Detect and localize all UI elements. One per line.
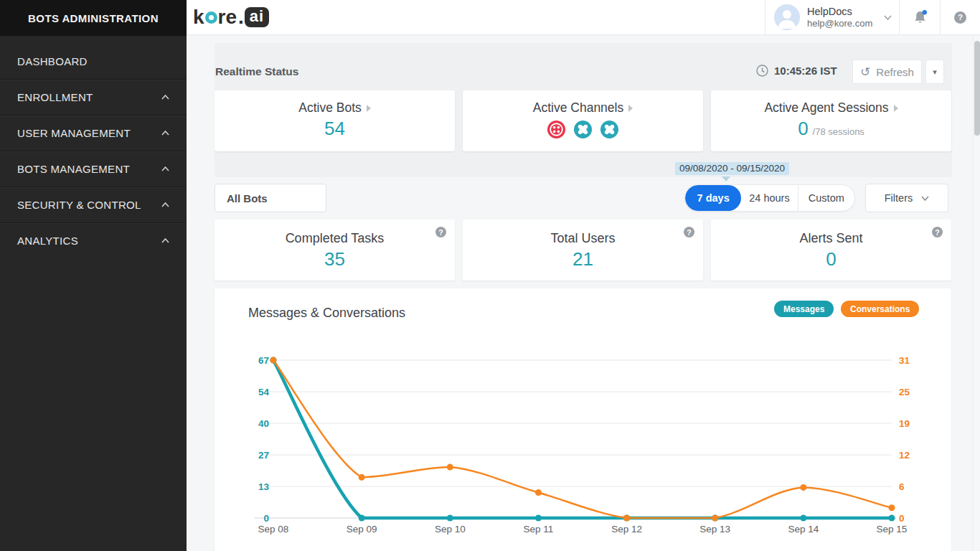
completed-tasks-title: Completed Tasks [215, 231, 455, 246]
alerts-sent-card: Alerts Sent 0 ? [711, 220, 951, 281]
chevron-up-icon [161, 202, 169, 207]
tab-7-days[interactable]: 7 days [685, 185, 741, 211]
sidebar-title: BOTS ADMINISTRATION [0, 0, 187, 36]
sidebar-item-bots-management[interactable]: BOTS MANAGEMENT [0, 151, 187, 187]
scrollbar [973, 35, 980, 551]
bot-selector-value: All Bots [227, 192, 268, 204]
logo-text-re: re [218, 6, 237, 29]
svg-text:0: 0 [899, 513, 905, 524]
avatar [774, 4, 800, 30]
chevron-right-icon [628, 105, 633, 112]
twilio-channel-icon [547, 120, 566, 139]
kore-channel-icon [573, 120, 593, 139]
svg-text:54: 54 [258, 387, 270, 397]
svg-text:Sep 14: Sep 14 [788, 524, 819, 534]
sessions-suffix: /78 sessions [813, 126, 864, 137]
svg-text:Sep 10: Sep 10 [435, 524, 466, 534]
user-email: help@kore.com [807, 18, 872, 29]
legend-conversations-button[interactable]: Conversations [841, 301, 919, 317]
kore-channel-icon [600, 120, 619, 139]
date-range-label: 09/08/2020 - 09/15/2020 [675, 162, 789, 175]
info-question-icon[interactable]: ? [684, 227, 694, 237]
active-agent-sessions-link[interactable]: Active Agent Sessions [764, 100, 897, 116]
svg-text:31: 31 [899, 355, 910, 366]
messages-conversations-card: Messages & Conversations Messages Conver… [215, 288, 951, 551]
active-bots-value: 54 [215, 118, 455, 140]
info-question-icon[interactable]: ? [435, 227, 446, 237]
sidebar-item-label: ANALYTICS [17, 235, 78, 247]
svg-text:13: 13 [258, 481, 270, 492]
filters-button[interactable]: Filters [865, 184, 948, 212]
active-agent-sessions-card: Active Agent Sessions 0 /78 sessions [711, 90, 951, 151]
svg-text:19: 19 [899, 418, 910, 429]
kore-ai-logo[interactable]: kre.ai [187, 0, 269, 34]
chevron-up-icon [161, 238, 169, 243]
sidebar-item-label: ENROLLMENT [17, 91, 93, 103]
active-agent-sessions-title: Active Agent Sessions [764, 100, 888, 116]
chart-title: Messages & Conversations [248, 306, 405, 321]
refresh-label: Refresh [876, 66, 914, 78]
svg-text:12: 12 [899, 450, 910, 461]
user-info: HelpDocs help@kore.com [807, 5, 872, 29]
info-question-icon[interactable]: ? [932, 227, 943, 237]
user-menu[interactable]: HelpDocs help@kore.com [765, 0, 899, 34]
legend-messages-button[interactable]: Messages [774, 301, 834, 317]
active-channels-title: Active Channels [533, 100, 623, 116]
logo-text-k: k [193, 6, 204, 29]
sidebar: BOTS ADMINISTRATION DASHBOARD ENROLLMENT… [0, 0, 187, 551]
realtime-time-value: 10:45:26 IST [774, 65, 837, 77]
chevron-right-icon [367, 105, 371, 112]
svg-text:27: 27 [258, 450, 269, 461]
help-button[interactable]: ? [940, 0, 980, 34]
logo-ai-badge: ai [245, 7, 269, 27]
sessions-value-row: 0 /78 sessions [711, 118, 951, 140]
chevron-down-icon [884, 15, 892, 20]
completed-tasks-value: 35 [215, 248, 455, 270]
clock-icon [756, 65, 768, 77]
chevron-up-icon [161, 95, 169, 100]
svg-text:0: 0 [263, 513, 269, 524]
sidebar-nav: DASHBOARD ENROLLMENT USER MANAGEMENT BOT… [0, 36, 187, 258]
svg-text:25: 25 [899, 387, 910, 397]
question-icon: ? [954, 11, 966, 24]
tab-24-hours[interactable]: 24 hours [741, 185, 797, 211]
total-users-title: Total Users [463, 231, 703, 246]
scrollbar-thumb[interactable] [974, 41, 980, 136]
tab-custom[interactable]: Custom [798, 185, 854, 211]
sidebar-item-user-management[interactable]: USER MANAGEMENT [0, 115, 187, 151]
svg-text:6: 6 [899, 481, 905, 492]
active-bots-link[interactable]: Active Bots [298, 100, 371, 116]
realtime-status-title: Realtime Status [215, 65, 298, 78]
refresh-icon: ↺ [860, 66, 870, 78]
messages-conversations-chart: 001362712401954256731Sep 08Sep 09Sep 10S… [243, 337, 925, 547]
alerts-sent-value: 0 [711, 248, 951, 270]
sidebar-item-label: USER MANAGEMENT [17, 127, 131, 139]
svg-text:Sep 13: Sep 13 [699, 524, 730, 534]
sidebar-item-label: DASHBOARD [17, 55, 88, 67]
realtime-clock: 10:45:26 IST [756, 65, 837, 77]
bot-selector-dropdown[interactable]: All Bots [215, 184, 326, 212]
svg-text:Sep 12: Sep 12 [611, 524, 642, 534]
svg-text:Sep 11: Sep 11 [524, 524, 554, 534]
chevron-up-icon [161, 131, 169, 136]
date-range-tabs: 7 days 24 hours Custom [684, 184, 855, 212]
completed-tasks-card: Completed Tasks 35 ? [215, 220, 455, 281]
chevron-down-icon [921, 196, 929, 201]
total-users-card: Total Users 21 ? [463, 220, 703, 281]
sidebar-item-security-control[interactable]: SECURITY & CONTROL [0, 187, 187, 222]
active-channels-link[interactable]: Active Channels [533, 100, 633, 116]
active-bots-title: Active Bots [298, 100, 362, 116]
active-channels-card: Active Channels [463, 90, 703, 151]
notification-dot [922, 10, 927, 15]
svg-text:40: 40 [258, 418, 269, 429]
refresh-button[interactable]: ↺ Refresh [852, 60, 922, 84]
refresh-dropdown-button[interactable]: ▾ [925, 60, 944, 84]
main-content: Realtime Status 10:45:26 IST ↺ Refresh ▾… [187, 35, 980, 551]
logo-o-ring-icon [205, 11, 217, 24]
notifications-button[interactable] [899, 0, 940, 34]
sidebar-item-dashboard[interactable]: DASHBOARD [0, 43, 187, 79]
sidebar-item-analytics[interactable]: ANALYTICS [0, 222, 187, 258]
sidebar-item-enrollment[interactable]: ENROLLMENT [0, 79, 187, 115]
sidebar-item-label: BOTS MANAGEMENT [17, 163, 130, 175]
realtime-status-panel: Realtime Status 10:45:26 IST ↺ Refresh ▾… [215, 43, 952, 177]
